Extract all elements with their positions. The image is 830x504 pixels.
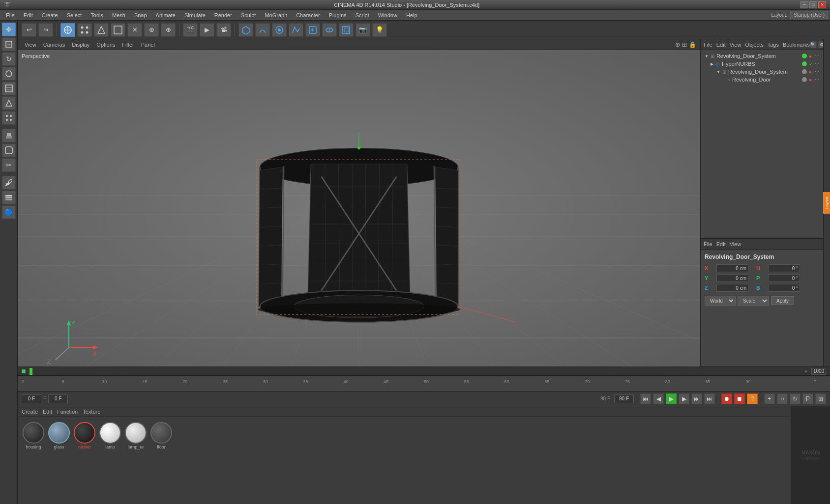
vp-icon-2[interactable]: ⊞ — [682, 41, 687, 48]
menu-animate[interactable]: Animate — [152, 11, 179, 19]
viewport-3d[interactable]: Y X Z Perspective — [18, 50, 700, 366]
menu-window[interactable]: Window — [374, 11, 401, 19]
timeline-start-marker[interactable] — [22, 369, 26, 373]
obj-item-revolving-door[interactable]: ▶ ○ Revolving_Door ● ⋯ — [720, 76, 821, 84]
menu-select[interactable]: Select — [63, 11, 86, 19]
step-back-button[interactable]: ◀ — [653, 393, 664, 404]
extrude-tool-button[interactable] — [2, 129, 16, 142]
menu-file[interactable]: File — [2, 11, 19, 19]
polygon-tool-button[interactable] — [2, 82, 16, 95]
vp-menu-filter[interactable]: Filter — [119, 41, 137, 48]
obj-visibility-dot-3[interactable] — [802, 69, 807, 74]
bevel-tool-button[interactable] — [2, 143, 16, 157]
menu-sculpt[interactable]: Sculpt — [237, 11, 260, 19]
vp-menu-panel[interactable]: Panel — [138, 41, 158, 48]
material-glass[interactable]: glass — [47, 421, 71, 450]
layer-tool-button[interactable] — [2, 191, 16, 204]
knife-tool-button[interactable]: ✂ — [2, 158, 16, 172]
menu-simulate[interactable]: Simulate — [180, 11, 209, 19]
goto-end-button[interactable]: ⏭ — [691, 393, 702, 404]
menu-help[interactable]: Help — [402, 11, 421, 19]
redo-button[interactable]: ↪ — [38, 23, 53, 37]
generator-button[interactable] — [272, 23, 287, 37]
vp-menu-display[interactable]: Display — [69, 41, 92, 48]
obj-item-revolving-door-system-child[interactable]: ▼ ⊞ Revolving_Door_System ● ⋯ — [714, 68, 821, 76]
transform-mode-dropdown[interactable]: Scale Move Rotate — [738, 296, 769, 306]
menu-tools[interactable]: Tools — [87, 11, 107, 19]
menu-script[interactable]: Script — [352, 11, 373, 19]
menu-character[interactable]: Character — [292, 11, 324, 19]
edge-tool-button[interactable] — [2, 96, 16, 110]
menu-mograph[interactable]: MoGraph — [261, 11, 291, 19]
edge-mode-button[interactable] — [94, 23, 109, 37]
scene-button[interactable] — [339, 23, 354, 37]
effector-button[interactable] — [305, 23, 320, 37]
obj-item-revolving-door-system[interactable]: ▼ ⊞ Revolving_Door_System ● ⋯ — [703, 52, 821, 60]
vp-menu-options[interactable]: Options — [93, 41, 118, 48]
vp-menu-cameras[interactable]: Cameras — [40, 41, 68, 48]
axis-button[interactable]: ⊕ — [161, 23, 176, 37]
attr-p-input[interactable] — [768, 274, 800, 282]
cube-button[interactable] — [238, 23, 253, 37]
coord-mode-dropdown[interactable]: World Object Local — [705, 296, 736, 306]
minimize-button[interactable]: ─ — [800, 1, 808, 8]
record-button[interactable]: ⏺ — [721, 393, 732, 404]
current-frame-input[interactable] — [22, 394, 41, 403]
material-floor[interactable]: floor — [149, 421, 173, 450]
mat-menu-edit[interactable]: Edit — [43, 409, 52, 415]
material-lamp[interactable]: lamp — [98, 421, 122, 450]
texture-mode-button[interactable]: ✕ — [127, 23, 142, 37]
vp-icon-1[interactable]: ⊕ — [675, 41, 680, 48]
menu-mesh[interactable]: Mesh — [108, 11, 129, 19]
move-tool-button[interactable]: ✥ — [2, 23, 16, 36]
obj-menu-edit[interactable]: Edit — [716, 42, 726, 48]
model-mode-button[interactable] — [60, 23, 75, 37]
menu-edit[interactable]: Edit — [20, 11, 37, 19]
obj-item-hypernurbs[interactable]: ▶ ◎ HyperNURBS ✓ ⋯ — [709, 60, 821, 68]
playhead[interactable] — [30, 368, 32, 375]
rotate-tool-button[interactable]: ↻ — [2, 52, 16, 66]
scale-tool-button[interactable] — [2, 37, 16, 51]
close-button[interactable]: ✕ — [818, 1, 826, 8]
menu-create[interactable]: Create — [38, 11, 62, 19]
mat-menu-texture[interactable]: Texture — [83, 409, 100, 415]
layout-tab-button[interactable]: Layout — [823, 192, 830, 214]
render-region-button[interactable]: 📽 — [216, 23, 231, 37]
obj-menu-tags[interactable]: Tags — [768, 42, 779, 48]
attr-x-input[interactable] — [716, 264, 748, 272]
timeline-ruler[interactable]: 0 5 10 15 20 25 30 35 40 45 50 55 60 65 — [18, 376, 830, 391]
attr-menu-file[interactable]: File — [704, 241, 712, 247]
step-forward-button[interactable]: ▶ — [679, 393, 689, 404]
point-mode-button[interactable] — [77, 23, 92, 37]
goto-start-button[interactable]: ⏮ — [640, 393, 651, 404]
spline-button[interactable] — [322, 23, 337, 37]
undo-button[interactable]: ↩ — [22, 23, 36, 37]
vp-icon-3[interactable]: 🔒 — [689, 41, 696, 48]
magnet-tool-button[interactable]: 🔵 — [2, 205, 16, 219]
menu-snap[interactable]: Snap — [130, 11, 151, 19]
vp-menu-view[interactable]: View — [22, 41, 39, 48]
mode-btn-2[interactable]: ○ — [777, 393, 788, 404]
obj-visibility-dot-4[interactable] — [802, 77, 807, 82]
poly-mode-button[interactable] — [111, 23, 125, 37]
maximize-button[interactable]: □ — [809, 1, 817, 8]
camera-button[interactable]: 📷 — [356, 23, 370, 37]
end-frame-input[interactable] — [614, 394, 634, 403]
apply-button[interactable]: Apply — [771, 296, 794, 305]
mat-menu-create[interactable]: Create — [22, 409, 38, 415]
mode-btn-5[interactable]: ⊞ — [815, 393, 826, 404]
viewport[interactable]: View Cameras Display Options Filter Pane… — [18, 39, 700, 366]
obj-mgr-search[interactable]: 🔍 — [810, 41, 817, 48]
obj-menu-objects[interactable]: Objects — [745, 42, 763, 48]
obj-menu-view[interactable]: View — [730, 42, 741, 48]
obj-visibility-dot[interactable] — [802, 54, 807, 58]
stop-button[interactable]: ⏹ — [734, 393, 745, 404]
mode-btn-3[interactable]: ↻ — [790, 393, 800, 404]
render-active-button[interactable]: ▶ — [200, 23, 214, 37]
mat-menu-function[interactable]: Function — [57, 409, 78, 415]
obj-menu-file[interactable]: File — [704, 42, 712, 48]
render-button[interactable]: 🎬 — [183, 23, 198, 37]
playback-display[interactable] — [48, 394, 68, 403]
attr-menu-edit[interactable]: Edit — [716, 241, 726, 247]
paint-tool-button[interactable]: 🖌 — [2, 176, 16, 190]
